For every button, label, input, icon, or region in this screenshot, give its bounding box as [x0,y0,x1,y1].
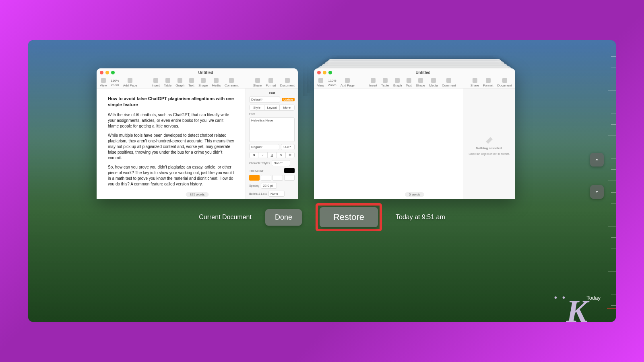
toolbar: View 110%Zoom Add Page Insert Table Grap… [97,77,298,88]
align-left-button[interactable] [249,175,260,181]
toolbar-view[interactable]: View [100,78,107,87]
toolbar-format[interactable]: Format [266,78,276,87]
doc-heading: How to avoid false ChatGPT plagiarism al… [108,96,234,108]
titlebar: Untitled [97,68,298,77]
font-size-field[interactable]: 14.87 [281,144,295,150]
restore-highlight: Restore [316,203,382,231]
spacing-label: Spacing [249,184,259,187]
italic-button[interactable]: I [258,152,267,158]
chevron-down-icon [594,189,600,195]
strikethrough-button[interactable]: S [277,152,285,158]
toolbar-document[interactable]: Document [280,78,295,87]
timeline-today-label: Today [586,295,601,301]
document-page[interactable]: How to avoid false ChatGPT plagiarism al… [97,88,246,199]
character-styles-select[interactable]: None* [272,160,290,166]
fullscreen-icon[interactable] [111,71,115,74]
toolbar-share[interactable]: Share [253,78,262,87]
font-weight-select[interactable]: Regular [249,144,279,150]
version-timestamp-label: Today at 9:51 am [396,214,445,221]
font-label: Font [249,113,295,115]
toolbar-view[interactable]: View [317,78,324,87]
tab-layout[interactable]: Layout [264,105,279,110]
toolbar-insert[interactable]: Insert [369,78,377,87]
previous-version-button[interactable] [590,153,604,167]
version-controls: Current Document Done Restore Today at 9… [28,203,616,231]
toolbar-table[interactable]: Table [164,78,171,87]
update-style-button[interactable]: Update [282,98,295,101]
toolbar-graph[interactable]: Graph [175,78,184,87]
chevron-up-icon [594,156,600,163]
titlebar: Untitled [314,68,515,77]
inspector-empty-subtitle: Select an object or text to format. [469,152,510,155]
toolbar-text[interactable]: Text [188,78,194,87]
current-document-window: Untitled View 110%Zoom Add Page Insert T… [97,68,298,199]
tab-more[interactable]: More [280,105,294,110]
minimize-icon[interactable] [105,71,109,74]
next-version-button[interactable] [590,185,604,199]
window-title: Untitled [334,70,512,75]
inspector-empty-title: Nothing selected. [476,146,503,150]
toolbar-document[interactable]: Document [497,78,512,87]
gear-icon[interactable]: ⚙ [286,152,294,158]
toolbar-comment[interactable]: Comment [225,78,239,87]
version-document-window[interactable]: Untitled View 110%Zoom Add Page Insert T… [314,68,515,199]
font-style-buttons[interactable]: B I U S ⚙ [249,152,295,158]
toolbar-add-page[interactable]: Add Page [341,78,355,87]
bold-button[interactable]: B [250,152,258,158]
doc-paragraph: So, how can you prove you didn't plagiar… [108,165,234,187]
toolbar-add-page[interactable]: Add Page [123,78,137,87]
toolbar-zoom[interactable]: 110%Zoom [328,79,336,87]
toolbar-media[interactable]: Media [212,78,221,87]
align-right-button[interactable] [272,175,283,181]
toolbar-table[interactable]: Table [381,78,389,87]
watermark-logo: K [566,293,588,322]
restore-button[interactable]: Restore [320,207,378,227]
toolbar-insert[interactable]: Insert [152,78,160,87]
toolbar-graph[interactable]: Graph [393,78,402,87]
current-document-label: Current Document [199,214,252,221]
doc-paragraph: While multiple tools have been developed… [108,133,234,161]
toolbar-format[interactable]: Format [483,78,493,87]
character-styles-label: Character Styles [249,162,270,165]
windows-row: Untitled View 110%Zoom Add Page Insert T… [97,68,531,199]
align-justify-button[interactable] [284,175,295,181]
toolbar-text[interactable]: Text [406,78,412,87]
window-title: Untitled [117,70,295,75]
close-icon[interactable] [100,71,103,74]
bullets-label: Bullets & Lists [249,192,267,195]
toolbar-comment[interactable]: Comment [442,78,456,87]
toolbar-shape[interactable]: Shape [416,78,425,87]
version-timeline[interactable] [604,56,616,306]
format-inspector: Text Default* Update Style Layout More F… [246,88,298,199]
tab-style[interactable]: Style [250,105,264,110]
toolbar-share[interactable]: Share [471,78,479,87]
word-count-badge[interactable]: 0 words [405,192,424,197]
version-browser-overlay: Untitled View 110%Zoom Add Page Insert T… [28,40,616,322]
underline-button[interactable]: U [268,152,277,158]
toolbar: View 110%Zoom Add Page Insert Table Grap… [314,77,515,88]
done-button[interactable]: Done [265,209,302,226]
minimize-icon[interactable] [323,71,326,74]
inspector-header: Text [249,91,295,95]
toolbar-shape[interactable]: Shape [198,78,208,87]
alignment-buttons[interactable] [249,175,295,181]
inspector-tabs[interactable]: Style Layout More [249,105,295,111]
font-family-select[interactable]: Helvetica Neue [249,117,295,142]
document-page[interactable] [314,88,463,199]
doc-paragraph: With the rise of AI chatbots, such as Ch… [108,112,234,129]
text-colour-swatch[interactable] [284,168,295,173]
version-stack: Untitled View 110%Zoom Add Page Insert T… [314,68,515,199]
word-count-badge[interactable]: 825 words [186,192,209,197]
format-inspector: Nothing selected. Select an object or te… [463,88,515,199]
paintbrush-icon [484,133,495,144]
timeline-now-marker [607,308,616,309]
toolbar-media[interactable]: Media [429,78,438,87]
close-icon[interactable] [317,71,321,74]
version-nav [590,153,604,199]
paragraph-style-select[interactable]: Default* [249,97,280,103]
spacing-field[interactable]: 22.0 pt [261,183,277,189]
fullscreen-icon[interactable] [328,71,332,74]
align-center-button[interactable] [261,175,271,181]
bullets-select[interactable]: None [268,191,285,197]
toolbar-zoom[interactable]: 110%Zoom [111,79,119,87]
